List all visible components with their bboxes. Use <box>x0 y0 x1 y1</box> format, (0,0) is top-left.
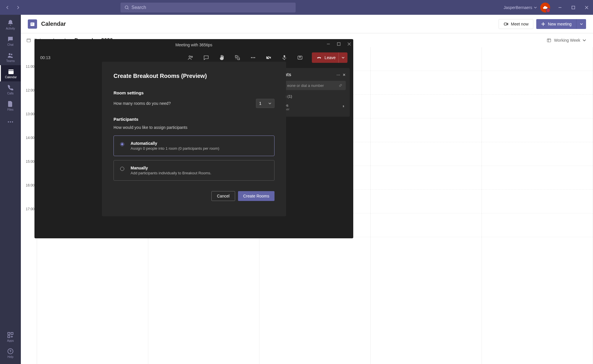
svg-point-24 <box>252 57 254 58</box>
chat-icon <box>7 36 14 43</box>
assign-question: How would you like to assign participant… <box>114 125 274 130</box>
meeting-title-bar: Meeting with 365tips <box>34 39 353 51</box>
breakout-rooms-dialog: Create Breakout Rooms (Preview) Room set… <box>102 62 286 216</box>
meeting-maximize-icon[interactable] <box>337 42 341 47</box>
svg-rect-13 <box>31 23 32 24</box>
participants-icon[interactable] <box>187 54 194 61</box>
more-actions-icon[interactable] <box>249 54 257 61</box>
chevron-down-icon[interactable] <box>583 39 586 42</box>
svg-rect-10 <box>8 336 10 338</box>
more-icon <box>7 118 14 125</box>
sidebar-item-apps[interactable]: Apps <box>0 329 21 345</box>
new-meeting-dropdown[interactable] <box>576 19 586 29</box>
breakout-rooms-icon[interactable] <box>234 54 241 61</box>
participants-heading: Participants <box>114 117 274 122</box>
meeting-minimize-icon[interactable] <box>327 42 330 47</box>
room-settings-heading: Room settings <box>114 90 274 95</box>
leave-button[interactable]: Leave <box>312 52 347 63</box>
new-meeting-button[interactable]: New meeting <box>536 19 576 29</box>
participant-row: ps iser <box>284 101 346 113</box>
bell-icon <box>7 19 14 26</box>
svg-point-3 <box>11 54 12 55</box>
svg-rect-8 <box>8 332 10 334</box>
mic-muted-icon <box>341 105 346 109</box>
sidebar: Activity Chat Teams Calendar Calls Files… <box>0 15 21 364</box>
svg-rect-4 <box>8 69 14 74</box>
svg-point-23 <box>251 57 252 58</box>
view-icon <box>546 38 552 43</box>
avatar[interactable] <box>540 3 550 12</box>
panel-close-icon[interactable]: ✕ <box>343 73 346 77</box>
chat-icon[interactable] <box>202 54 210 61</box>
option-manually[interactable]: Manually Add participants individually t… <box>114 160 274 181</box>
search-input[interactable]: Search <box>120 3 296 12</box>
username-menu[interactable]: JasperBernaers <box>504 5 537 10</box>
link-icon[interactable] <box>338 83 343 88</box>
minimize-icon[interactable] <box>557 5 563 10</box>
view-selector[interactable]: Working Week <box>554 38 580 43</box>
leave-dropdown[interactable] <box>338 52 345 63</box>
share-icon[interactable] <box>296 54 304 61</box>
raise-hand-icon[interactable] <box>218 54 226 61</box>
radio-off-icon <box>120 167 124 171</box>
sidebar-item-activity[interactable]: Activity <box>0 17 21 33</box>
svg-rect-17 <box>547 39 551 42</box>
close-icon[interactable] <box>584 5 590 10</box>
svg-point-5 <box>8 121 9 122</box>
svg-rect-9 <box>11 332 13 334</box>
maximize-icon[interactable] <box>570 5 576 10</box>
chevron-down-icon <box>268 102 271 105</box>
svg-point-7 <box>12 121 13 122</box>
page-title: Calendar <box>41 21 66 27</box>
svg-point-6 <box>10 121 11 122</box>
mic-off-icon[interactable] <box>281 54 288 61</box>
svg-rect-21 <box>235 56 237 57</box>
sidebar-item-help[interactable]: Help <box>0 345 21 361</box>
cloud-icon <box>543 5 548 10</box>
chevron-down-icon <box>580 23 583 25</box>
camera-off-icon[interactable] <box>265 54 272 61</box>
search-placeholder: Search <box>131 5 146 10</box>
plus-icon <box>541 22 546 26</box>
chevron-down-icon <box>534 6 537 9</box>
sidebar-item-teams[interactable]: Teams <box>0 49 21 65</box>
video-icon <box>504 21 509 27</box>
apps-icon <box>7 332 14 339</box>
sidebar-item-calendar[interactable]: Calendar <box>0 65 21 81</box>
hangup-icon <box>316 55 322 60</box>
sidebar-item-calls[interactable]: Calls <box>0 81 21 98</box>
nav-forward-icon[interactable] <box>14 3 22 12</box>
svg-rect-22 <box>238 58 239 60</box>
create-rooms-button[interactable]: Create Rooms <box>238 191 274 201</box>
svg-point-25 <box>254 57 255 58</box>
svg-rect-1 <box>572 6 575 9</box>
people-icon <box>7 52 14 59</box>
svg-point-20 <box>191 56 193 58</box>
search-icon <box>125 5 129 10</box>
room-count-select[interactable]: 1 <box>256 99 274 108</box>
help-icon <box>7 348 14 355</box>
today-icon <box>26 38 31 43</box>
svg-rect-14 <box>32 23 33 24</box>
nav-back-icon[interactable] <box>3 3 12 12</box>
titlebar: Search JasperBernaers <box>0 0 593 15</box>
radio-on-icon <box>120 142 124 146</box>
panel-more-icon[interactable]: ⋯ <box>336 73 340 77</box>
calendar-icon <box>8 68 14 75</box>
room-count-question: How many rooms do you need? <box>114 101 171 106</box>
sidebar-item-more[interactable] <box>0 114 21 130</box>
calendar-app-icon <box>28 19 37 29</box>
cancel-button[interactable]: Cancel <box>211 191 235 201</box>
participants-panel: nts ⋯ ✕ eone or dial a number g (1) ps i… <box>280 68 350 117</box>
svg-point-0 <box>125 6 128 9</box>
svg-rect-16 <box>27 39 30 42</box>
option-automatically[interactable]: Automatically Assign 0 people into 1 roo… <box>114 136 274 156</box>
invite-input[interactable]: eone or dial a number <box>284 81 346 90</box>
phone-icon <box>7 84 14 91</box>
sidebar-item-chat[interactable]: Chat <box>0 33 21 49</box>
meet-now-button[interactable]: Meet now <box>499 19 534 29</box>
sidebar-item-files[interactable]: Files <box>0 98 21 114</box>
svg-point-11 <box>8 349 13 354</box>
meeting-close-icon[interactable] <box>347 42 351 47</box>
svg-rect-18 <box>337 43 340 45</box>
